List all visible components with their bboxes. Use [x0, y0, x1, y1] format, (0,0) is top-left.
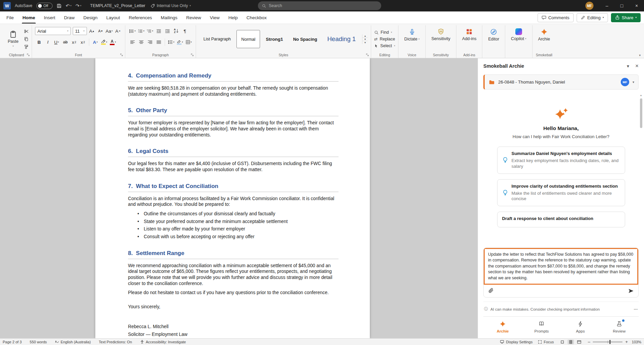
grow-font-button[interactable]: A▴	[88, 27, 96, 35]
focus-mode-button[interactable]: Focus	[538, 340, 554, 344]
nav-tab-archie[interactable]: Archie	[483, 320, 522, 333]
shading-button[interactable]: ▾	[176, 38, 184, 46]
scrollbar-up-icon[interactable]: ▴	[639, 94, 643, 97]
tab-references[interactable]: References	[124, 11, 156, 24]
line-spacing-button[interactable]: ▾	[167, 38, 175, 46]
tab-design[interactable]: Design	[79, 11, 102, 24]
tab-review[interactable]: Review	[182, 11, 205, 24]
decrease-indent-button[interactable]	[155, 27, 163, 35]
copilot-button[interactable]: Copilot▾	[508, 26, 529, 52]
bold-button[interactable]: B	[35, 38, 43, 46]
comments-button[interactable]: Comments	[538, 13, 574, 22]
page-indicator[interactable]: Page 2 of 3	[3, 340, 22, 344]
increase-indent-button[interactable]	[163, 27, 171, 35]
tab-help[interactable]: Help	[224, 11, 242, 24]
panel-close-icon[interactable]: ×	[635, 63, 639, 69]
replace-button[interactable]: ⇄Replace	[374, 37, 395, 41]
word-count[interactable]: 550 words	[30, 340, 47, 344]
highlight-color-button[interactable]: ▾	[100, 38, 108, 46]
justify-button[interactable]	[155, 38, 163, 46]
find-button[interactable]: Find▾	[374, 30, 395, 35]
font-color-button[interactable]: A▾	[109, 38, 117, 46]
panel-scrollbar[interactable]: ▴	[639, 93, 643, 248]
accessibility-indicator[interactable]: Accessibility: Investigate	[140, 340, 186, 344]
zoom-slider-thumb[interactable]	[609, 340, 611, 344]
tab-view[interactable]: View	[205, 11, 224, 24]
web-layout-icon[interactable]	[576, 340, 582, 344]
style-heading-1[interactable]: Heading 1	[323, 30, 360, 48]
editing-mode-button[interactable]: Editing ▾	[577, 13, 608, 22]
tab-home[interactable]: Home	[18, 11, 40, 24]
underline-button[interactable]: U▾	[53, 38, 61, 46]
paste-button[interactable]: Paste ▾	[4, 26, 22, 52]
sensitivity-label-button[interactable]: Internal Use Only ▾	[151, 3, 191, 8]
zoom-in-button[interactable]: +	[625, 339, 628, 344]
numbering-button[interactable]: ▾	[137, 27, 145, 35]
panel-collapse-icon[interactable]: ▾	[627, 63, 629, 69]
matter-selector[interactable]: 26-0848 - Thomas Nguyen, Daniel MF ▾	[483, 74, 639, 90]
document-page[interactable]: 4. Compensation and Remedy We are seekin…	[95, 58, 370, 338]
font-name-combo[interactable]: Arial▾	[35, 27, 71, 35]
suggestion-card[interactable]: Draft a response to client about concili…	[497, 212, 625, 227]
nav-tab-apps[interactable]: Apps	[561, 320, 600, 333]
autosave-toggle[interactable]: Off	[36, 3, 53, 9]
redo-button[interactable]: ↷▾	[75, 3, 81, 8]
search-box[interactable]	[258, 1, 381, 10]
document-title[interactable]: TEMPLATE_v2_Prose_Letter	[90, 3, 146, 8]
italic-button[interactable]: I	[44, 38, 52, 46]
language-indicator[interactable]: English (Australia)	[55, 340, 91, 344]
align-left-button[interactable]	[128, 38, 136, 46]
font-size-combo[interactable]: 11▾	[73, 27, 87, 35]
scrollbar-thumb[interactable]	[640, 98, 642, 128]
text-effects-button[interactable]: A▾	[91, 38, 99, 46]
style-strong1[interactable]: Strong1	[261, 30, 287, 48]
style-list-paragraph[interactable]: List Paragraph	[199, 30, 235, 48]
zoom-percentage[interactable]: 103%	[631, 340, 641, 344]
zoom-slider[interactable]	[593, 342, 622, 342]
undo-button[interactable]: ↶▾	[66, 3, 71, 8]
more-options-icon[interactable]: ⋯	[634, 307, 638, 312]
strikethrough-button[interactable]: ab	[61, 38, 69, 46]
sensitivity-button[interactable]: Sensitivity	[429, 26, 453, 52]
archie-ribbon-button[interactable]: Archie	[536, 26, 553, 52]
subscript-button[interactable]: x2	[70, 38, 78, 46]
bullets-button[interactable]: ▾	[128, 27, 136, 35]
nav-tab-review[interactable]: Review	[600, 320, 639, 333]
tab-file[interactable]: File	[2, 11, 18, 24]
print-layout-icon[interactable]	[568, 340, 574, 344]
read-mode-icon[interactable]	[559, 340, 566, 344]
change-case-button[interactable]: Aa▾	[105, 27, 113, 35]
align-right-button[interactable]	[146, 38, 154, 46]
multilevel-list-button[interactable]: ▾	[146, 27, 154, 35]
share-button[interactable]: Share ▾	[611, 13, 641, 22]
suggestion-card[interactable]: Summarize Daniel Nguyen's employment det…	[497, 147, 625, 174]
display-settings-button[interactable]: Display Settings	[500, 340, 533, 344]
styles-scroll-down-icon[interactable]: ▾	[362, 37, 368, 41]
attachment-icon[interactable]	[488, 288, 494, 294]
styles-scroll-up-icon[interactable]: ▴	[362, 34, 368, 37]
archie-prompt-input[interactable]: Update the letter to reflect that TechFl…	[484, 248, 638, 285]
copy-icon[interactable]	[24, 37, 29, 41]
shrink-font-button[interactable]: A▾	[96, 27, 104, 35]
cut-icon[interactable]	[24, 29, 29, 34]
minimize-button[interactable]: –	[600, 0, 614, 11]
style-no-spacing[interactable]: No Spacing	[289, 30, 322, 48]
select-button[interactable]: Select▾	[374, 43, 395, 48]
nav-tab-prompts[interactable]: Prompts	[522, 320, 561, 333]
show-formatting-marks-button[interactable]: ¶	[181, 27, 189, 35]
styles-gallery-more-icon[interactable]: ▾	[362, 41, 368, 44]
t ab-insert[interactable]: Insert	[39, 11, 60, 24]
tab-layout[interactable]: Layout	[102, 11, 125, 24]
word-logo-icon[interactable]: W	[3, 2, 11, 9]
tab-draw[interactable]: Draw	[60, 11, 79, 24]
dictate-button[interactable]: Dictate▾	[401, 26, 422, 52]
suggestion-card[interactable]: Improve clarity of outstanding entitleme…	[497, 179, 625, 207]
align-center-button[interactable]	[137, 38, 145, 46]
addins-button[interactable]: Add-ins	[459, 26, 479, 52]
sort-button[interactable]: AZ	[172, 27, 180, 35]
save-icon[interactable]	[57, 3, 62, 8]
clear-formatting-button[interactable]: A×	[114, 27, 122, 35]
close-button[interactable]: ×	[629, 0, 644, 11]
tab-mailings[interactable]: Mailings	[156, 11, 182, 24]
maximize-button[interactable]: □	[614, 0, 629, 11]
